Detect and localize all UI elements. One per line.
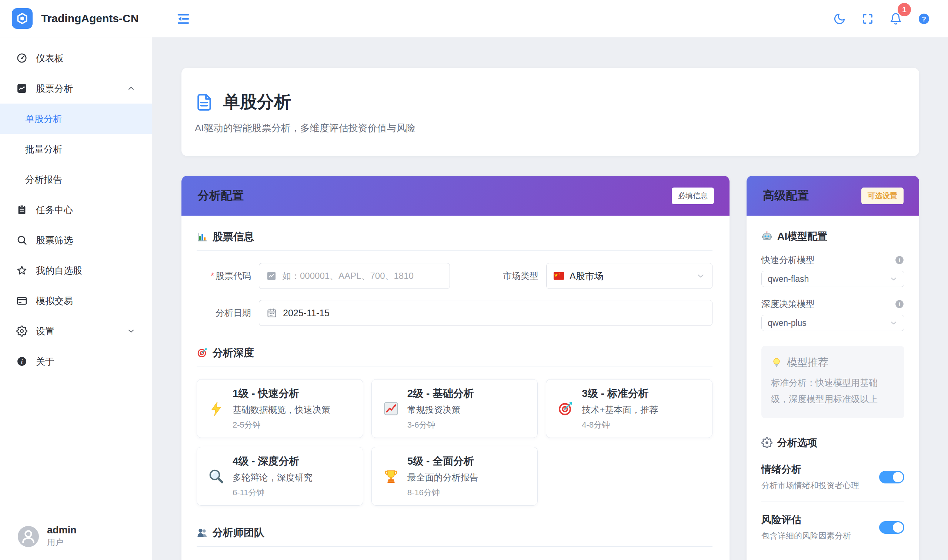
analysis-date-input[interactable]: 2025-11-15 (259, 300, 712, 326)
fast-model-value: qwen-flash (768, 274, 809, 284)
sidebar-item-label: 股票筛选 (36, 234, 73, 246)
market-type-select[interactable]: A股市场 (546, 263, 712, 289)
toggle-knob (893, 522, 903, 532)
options-heading: 分析选项 (761, 436, 904, 449)
risk-desc: 包含详细的风险因素分析 (761, 531, 851, 542)
user-profile[interactable]: admin 用户 (0, 514, 152, 560)
depth-card-time: 8-16分钟 (408, 487, 479, 498)
depth-card-text: 2级 - 基础分析 常规投资决策 3-6分钟 (408, 386, 474, 431)
notification-badge: 1 (898, 3, 911, 16)
depth-card-level-5[interactable]: 5级 - 全面分析 最全面的分析报告 8-16分钟 (371, 447, 538, 506)
sidebar-item-single-stock[interactable]: 单股分析 (0, 103, 152, 134)
chevron-down-icon (696, 271, 706, 281)
sidebar-item-watchlist[interactable]: 我的自选股 (0, 255, 152, 286)
depth-level-cards: 1级 - 快速分析 基础数据概览，快速决策 2-5分钟 2 (197, 379, 712, 506)
analysis-config-header: 分析配置 必填信息 (181, 176, 730, 215)
cn-flag-icon (553, 272, 564, 280)
info-icon[interactable]: i (895, 299, 904, 309)
fast-model-select[interactable]: qwen-flash (761, 271, 904, 287)
sidebar-item-analysis-report[interactable]: 分析报告 (0, 164, 152, 195)
chevron-down-icon (889, 274, 898, 283)
sidebar-item-paper-trading[interactable]: 模拟交易 (0, 286, 152, 316)
toggle-knob (893, 472, 903, 482)
deep-model-select[interactable]: qwen-plus (761, 315, 904, 331)
sidebar-item-label: 分析报告 (25, 174, 62, 186)
help-icon[interactable]: ? (918, 12, 930, 25)
target-icon (197, 347, 208, 358)
page-subtitle: AI驱动的智能股票分析，多维度评估投资价值与风险 (195, 122, 904, 135)
info-icon: i (16, 356, 28, 367)
deep-model-label-row: 深度决策模型 i (761, 298, 904, 310)
deep-model-field: 深度决策模型 i qwen-plus (761, 298, 904, 331)
sidebar-item-task-center[interactable]: 任务中心 (0, 195, 152, 225)
depth-heading: 分析深度 (197, 346, 712, 367)
menu-fold-icon[interactable] (176, 12, 190, 26)
target-icon (557, 401, 574, 417)
depth-card-desc: 技术+基本面，推荐 (582, 404, 658, 416)
depth-card-time: 3-6分钟 (408, 420, 474, 431)
sidebar-item-label: 设置 (36, 325, 54, 337)
people-icon (197, 527, 208, 538)
fullscreen-icon[interactable] (862, 12, 874, 25)
sidebar-item-label: 批量分析 (25, 143, 62, 155)
advanced-config-body: AI模型配置 快速分析模型 i qwen-flash (747, 215, 919, 560)
stock-code-input[interactable] (259, 263, 450, 289)
info-icon[interactable]: i (895, 255, 904, 265)
recommendation-text: 标准分析：快速模型用基础级，深度模型用标准级以上 (771, 375, 895, 407)
depth-card-level-3[interactable]: 3级 - 标准分析 技术+基本面，推荐 4-8分钟 (546, 379, 712, 438)
advanced-config-panel: 高级配置 可选设置 AI模型配置 快速分析模型 (747, 176, 919, 560)
magnifier-icon (208, 468, 224, 485)
search-icon (16, 234, 28, 246)
analysis-date-label: 分析日期 (197, 307, 259, 319)
depth-card-desc: 基础数据概览，快速决策 (233, 404, 330, 416)
depth-card-text: 1级 - 快速分析 基础数据概览，快速决策 2-5分钟 (233, 386, 330, 431)
calendar-icon (267, 308, 277, 318)
sidebar-item-label: 任务中心 (36, 204, 73, 216)
notifications-button[interactable]: 1 (889, 12, 902, 25)
risk-text: 风险评估 包含详细的风险因素分析 (761, 513, 851, 542)
model-recommendation-box: 模型推荐 标准分析：快速模型用基础级，深度模型用标准级以上 (761, 346, 904, 418)
risk-option-row: 风险评估 包含详细的风险因素分析 (761, 502, 904, 552)
clipboard-icon (16, 204, 28, 215)
gear-icon (761, 437, 772, 448)
sentiment-toggle[interactable] (879, 471, 904, 483)
depth-card-level-4[interactable]: 4级 - 深度分析 多轮辩论，深度研究 6-11分钟 (197, 447, 363, 506)
mini-chart-icon (266, 271, 276, 281)
section-title: 股票信息 (213, 230, 254, 244)
panels-row: 分析配置 必填信息 股票信息 *股票代码 (181, 176, 919, 560)
risk-toggle[interactable] (879, 521, 904, 534)
advanced-config-header: 高级配置 可选设置 (747, 176, 919, 215)
analysis-date-value: 2025-11-15 (283, 308, 330, 318)
user-name: admin (47, 525, 77, 536)
sidebar-item-settings[interactable]: 设置 (0, 316, 152, 346)
sidebar-item-batch-analysis[interactable]: 批量分析 (0, 134, 152, 164)
sidebar-item-about[interactable]: i 关于 (0, 346, 152, 377)
chevron-up-icon (127, 84, 136, 93)
sentiment-option-row: 情绪分析 分析市场情绪和投资者心理 (761, 449, 904, 502)
sidebar-item-dashboard[interactable]: 仪表板 (0, 43, 152, 73)
sidebar-item-stock-screener[interactable]: 股票筛选 (0, 225, 152, 255)
lightning-icon (208, 401, 224, 417)
stock-code-field (259, 263, 450, 289)
chevron-down-icon (127, 327, 136, 335)
svg-text:?: ? (922, 15, 926, 23)
bar-chart-icon (197, 231, 208, 242)
dark-mode-icon[interactable] (833, 12, 846, 25)
chart-up-icon (383, 401, 399, 417)
market-type-value: A股市场 (570, 270, 604, 282)
sidebar: TradingAgents-CN 仪表板 股票分析 单股分析 (0, 0, 152, 560)
team-heading: 分析师团队 (197, 526, 712, 547)
fast-model-label: 快速分析模型 (761, 254, 815, 266)
recommendation-title-row: 模型推荐 (771, 355, 895, 369)
depth-card-level-2[interactable]: 2级 - 基础分析 常规投资决策 3-6分钟 (371, 379, 538, 438)
depth-card-text: 5级 - 全面分析 最全面的分析报告 8-16分钟 (408, 454, 479, 498)
depth-card-level-1[interactable]: 1级 - 快速分析 基础数据概览，快速决策 2-5分钟 (197, 379, 363, 438)
depth-card-time: 6-11分钟 (233, 487, 313, 498)
gear-icon (16, 326, 28, 337)
sidebar-item-stock-analysis[interactable]: 股票分析 (0, 73, 152, 103)
risk-label: 风险评估 (761, 513, 851, 526)
topbar-actions: 1 ? (833, 12, 930, 25)
app-root: TradingAgents-CN 仪表板 股票分析 单股分析 (0, 0, 948, 560)
avatar (18, 526, 39, 547)
panel-title: 高级配置 (763, 188, 809, 203)
